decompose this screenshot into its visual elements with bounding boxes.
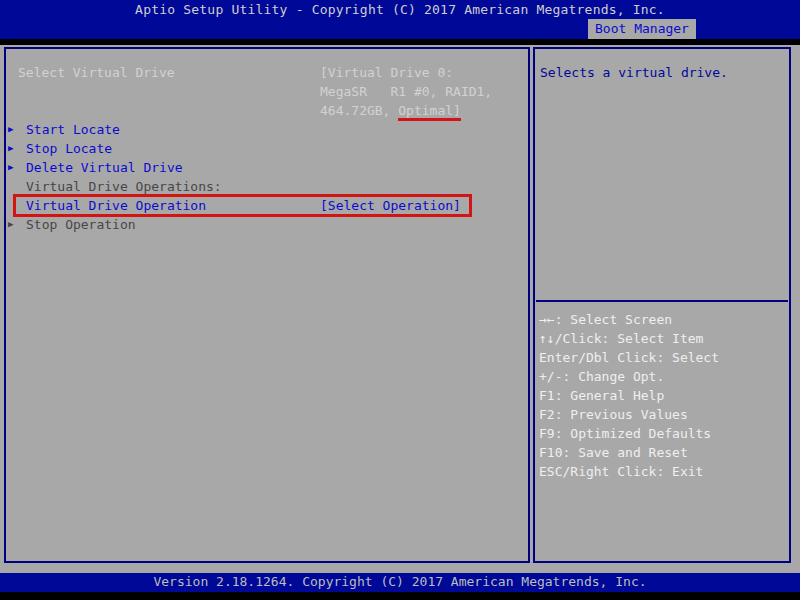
hotkey-change-opt: +/-: Change Opt. [539,369,664,384]
options-panel: Select Virtual Drive [Virtual Drive 0: M… [4,47,530,563]
submenu-arrow-icon: ▶ [8,161,13,174]
submenu-arrow-icon: ▶ [8,142,13,155]
menu-item-value: [Select Operation] [320,198,461,213]
hotkey-select-screen: →←: Select Screen [539,312,672,327]
hotkey-enter-select: Enter/Dbl Click: Select [539,350,719,365]
section-virtual-drive-operations: Virtual Drive Operations: [6,179,528,194]
section-label: Virtual Drive Operations: [26,179,222,194]
option-value-line-2: MegaSR R1 #0, RAID1, [320,84,492,99]
menu-item-label: Stop Locate [26,141,112,156]
optimal-status-underlined: Optimal] [398,103,461,121]
option-value-row: MegaSR R1 #0, RAID1, [6,84,528,99]
bios-setup-screen: { "header": { "title": "Aptio Setup Util… [0,0,800,600]
help-description: Selects a virtual drive. [540,65,728,80]
footer-bar: Version 2.18.1264. Copyright (C) 2017 Am… [0,573,800,592]
option-label: Select Virtual Drive [18,65,175,80]
menu-item-stop-operation[interactable]: ▶ Stop Operation [6,217,528,232]
menu-item-stop-locate[interactable]: ▶ Stop Locate [6,141,528,156]
option-select-virtual-drive[interactable]: Select Virtual Drive [Virtual Drive 0: [6,65,528,80]
submenu-arrow-icon: ▶ [8,218,13,231]
app-title: Aptio Setup Utility - Copyright (C) 2017… [0,2,800,17]
menu-item-start-locate[interactable]: ▶ Start Locate [6,122,528,137]
title-bar: Aptio Setup Utility - Copyright (C) 2017… [0,0,800,39]
version-text: Version 2.18.1264. Copyright (C) 2017 Am… [0,574,800,589]
menu-item-label: Delete Virtual Drive [26,160,183,175]
help-panel: Selects a virtual drive. →←: Select Scre… [533,47,791,563]
menu-item-label: Stop Operation [26,217,136,232]
hotkey-esc-exit: ESC/Right Click: Exit [539,464,703,479]
option-value-line-3-prefix: 464.72GB, [320,103,398,118]
option-value-line-1: [Virtual Drive 0: [320,65,453,80]
menu-item-virtual-drive-operation[interactable]: Virtual Drive Operation [Select Operatio… [6,198,528,213]
hotkey-f1-help: F1: General Help [539,388,664,403]
hotkey-f9-defaults: F9: Optimized Defaults [539,426,711,441]
menu-item-label: Virtual Drive Operation [26,198,206,213]
main-area: Select Virtual Drive [Virtual Drive 0: M… [0,45,800,573]
option-value-row: 464.72GB, Optimal] [6,103,528,118]
submenu-arrow-icon: ▶ [8,123,13,136]
tab-boot-manager[interactable]: Boot Manager [588,19,696,39]
hotkey-select-item: ↑↓/Click: Select Item [539,331,703,346]
help-separator [536,300,788,302]
option-value-line-3: 464.72GB, Optimal] [320,103,461,118]
menu-item-delete-virtual-drive[interactable]: ▶ Delete Virtual Drive [6,160,528,175]
hotkey-f2-previous: F2: Previous Values [539,407,688,422]
hotkey-f10-save: F10: Save and Reset [539,445,688,460]
menu-item-label: Start Locate [26,122,120,137]
